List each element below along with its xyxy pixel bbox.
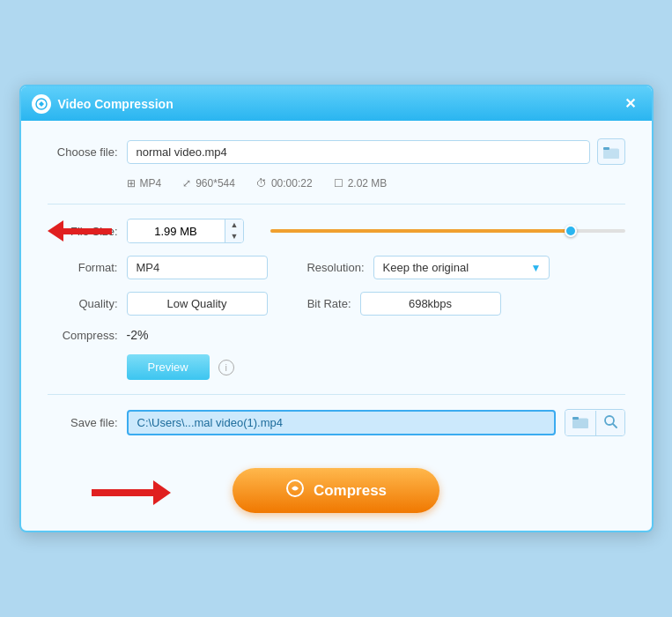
compress-button[interactable]: Compress — [233, 468, 439, 513]
resolution-dropdown-icon[interactable]: ▼ — [524, 262, 549, 274]
svg-line-6 — [613, 424, 617, 427]
compress-value: -2% — [127, 328, 149, 342]
duration-info: ⏱ 00:00:22 — [256, 177, 313, 190]
save-file-input[interactable] — [127, 410, 556, 435]
quality-bitrate-row: Quality: Bit Rate: — [48, 292, 625, 316]
file-size-spinner: ▲ ▼ — [127, 219, 245, 243]
browse-button[interactable] — [597, 138, 625, 165]
divider-1 — [48, 204, 625, 204]
window-title: Video Compression — [58, 97, 612, 111]
save-file-label: Save file: — [48, 416, 118, 429]
main-content: Choose file: ⊞ MP4 ⤢ 960*544 — [21, 121, 652, 454]
info-icon[interactable]: i — [218, 360, 234, 375]
close-button[interactable]: ✕ — [619, 93, 641, 114]
format-resolution-row: Format: ▼ Resolution: ▼ — [48, 256, 625, 279]
spinner-down[interactable]: ▼ — [225, 231, 244, 242]
compress-info-row: Compress: -2% — [48, 328, 625, 342]
app-icon — [32, 94, 51, 114]
titlebar: Video Compression ✕ — [21, 86, 652, 121]
svg-rect-2 — [603, 147, 609, 150]
file-input[interactable] — [127, 140, 590, 164]
format-label: Format: — [48, 261, 118, 274]
file-input-wrap — [127, 138, 625, 165]
bitrate-label: Bit Rate: — [285, 297, 351, 310]
size-slider[interactable] — [270, 229, 624, 233]
file-size-row: File Size: ▲ ▼ — [48, 219, 625, 243]
save-search-button[interactable] — [596, 410, 624, 435]
svg-rect-4 — [572, 417, 579, 420]
format-select-wrap: ▼ — [127, 256, 268, 279]
save-folder-button[interactable] — [565, 411, 596, 435]
format-info: ⊞ MP4 — [127, 177, 162, 190]
quality-input[interactable] — [127, 292, 268, 316]
save-icons — [565, 409, 625, 436]
arrow-shaft-left — [63, 228, 112, 234]
file-size-input[interactable] — [128, 220, 225, 242]
resolution-icon: ⤢ — [182, 177, 191, 190]
compress-label: Compress — [314, 482, 387, 500]
video-icon: ⊞ — [127, 177, 136, 190]
spinner-up[interactable]: ▲ — [225, 219, 244, 231]
choose-file-label: Choose file: — [48, 145, 118, 159]
svg-rect-3 — [572, 419, 588, 428]
divider-2 — [48, 394, 625, 395]
choose-file-row: Choose file: — [48, 138, 625, 165]
compress-label: Compress: — [48, 329, 118, 342]
video-compression-window: Video Compression ✕ Choose file: ⊞ MP4 — [19, 85, 654, 532]
slider-thumb — [565, 225, 577, 237]
spinner-arrows: ▲ ▼ — [225, 219, 244, 242]
compress-icon — [285, 479, 305, 502]
red-arrow-right — [92, 480, 171, 505]
arrow-container: ▲ ▼ — [127, 219, 245, 243]
compress-btn-area: Compress — [21, 454, 652, 531]
file-icon: ☐ — [334, 177, 343, 190]
arrow-head-left — [48, 220, 63, 242]
save-file-row: Save file: — [48, 409, 625, 436]
resolution-label: Resolution: — [285, 261, 365, 274]
arrow-shaft-right — [92, 489, 153, 496]
clock-icon: ⏱ — [256, 177, 267, 190]
preview-row: Preview i — [48, 354, 625, 380]
svg-rect-1 — [603, 149, 619, 159]
bitrate-input[interactable] — [360, 292, 501, 316]
resolution-select[interactable] — [374, 256, 524, 279]
preview-button[interactable]: Preview — [127, 354, 210, 380]
slider-fill — [270, 229, 572, 233]
format-select[interactable] — [128, 256, 268, 279]
file-info-row: ⊞ MP4 ⤢ 960*544 ⏱ 00:00:22 ☐ 2.02 MB — [48, 177, 625, 190]
resolution-info: ⤢ 960*544 — [182, 177, 235, 190]
quality-label: Quality: — [48, 297, 118, 310]
arrow-head-right — [153, 480, 171, 505]
red-arrow-left — [48, 220, 112, 242]
resolution-select-wrap: ▼ — [373, 256, 550, 279]
filesize-info: ☐ 2.02 MB — [334, 177, 388, 190]
